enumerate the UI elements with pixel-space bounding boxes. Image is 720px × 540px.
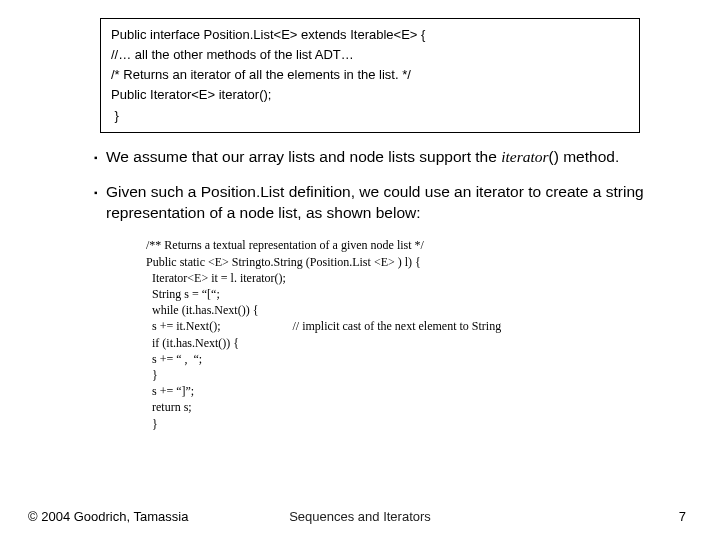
t: iterator	[501, 148, 548, 165]
code-line: }	[111, 106, 629, 126]
t: Iterator<E> iterator();	[150, 87, 271, 102]
t: // implicit cast of the next element to …	[293, 319, 502, 333]
code-line: Public interface Position.List<E> extend…	[111, 25, 629, 45]
t: Iterable<E> {	[350, 27, 425, 42]
t: Position.List<E>	[204, 27, 298, 42]
code-line: Public Iterator<E> iterator();	[111, 85, 629, 105]
t: extends	[297, 27, 350, 42]
code-line: return s;	[146, 399, 644, 415]
code-line: }	[146, 367, 644, 383]
code-line: /** Returns a textual representation of …	[146, 237, 644, 253]
code-line: /* Returns an iterator of all the elemen…	[111, 65, 629, 85]
code-line: s += “]”;	[146, 383, 644, 399]
example-code-block: /** Returns a textual representation of …	[146, 237, 644, 431]
bullet-marker: ▪	[94, 147, 106, 168]
slide-footer: © 2004 Goodrich, Tamassia Sequences and …	[0, 509, 720, 524]
bullet-text: Given such a Position.List definition, w…	[106, 182, 644, 224]
bullet-text: We assume that our array lists and node …	[106, 147, 644, 168]
t: Public interface	[111, 27, 204, 42]
code-line: //… all the other methods of the list AD…	[111, 45, 629, 65]
code-line: s += it.Next();// implicit cast of the n…	[146, 318, 644, 334]
page-number: 7	[679, 509, 686, 524]
bullet-marker: ▪	[94, 182, 106, 224]
t: We assume that our array lists and node …	[106, 148, 501, 165]
bullet-item: ▪ Given such a Position.List definition,…	[94, 182, 644, 224]
t: s += it.Next();	[146, 319, 221, 333]
t: () method.	[549, 148, 620, 165]
code-line: if (it.has.Next()) {	[146, 335, 644, 351]
code-line: Public static <E> Stringto.String (Posit…	[146, 254, 644, 270]
code-line: }	[146, 416, 644, 432]
bullet-item: ▪ We assume that our array lists and nod…	[94, 147, 644, 168]
code-line: String s = “[“;	[146, 286, 644, 302]
code-line: s += “ , “;	[146, 351, 644, 367]
interface-code-box: Public interface Position.List<E> extend…	[100, 18, 640, 133]
copyright-text: © 2004 Goodrich, Tamassia	[28, 509, 188, 524]
code-line: Iterator<E> it = l. iterator();	[146, 270, 644, 286]
t: Public	[111, 87, 150, 102]
bullet-list: ▪ We assume that our array lists and nod…	[94, 147, 644, 224]
code-line: while (it.has.Next()) {	[146, 302, 644, 318]
